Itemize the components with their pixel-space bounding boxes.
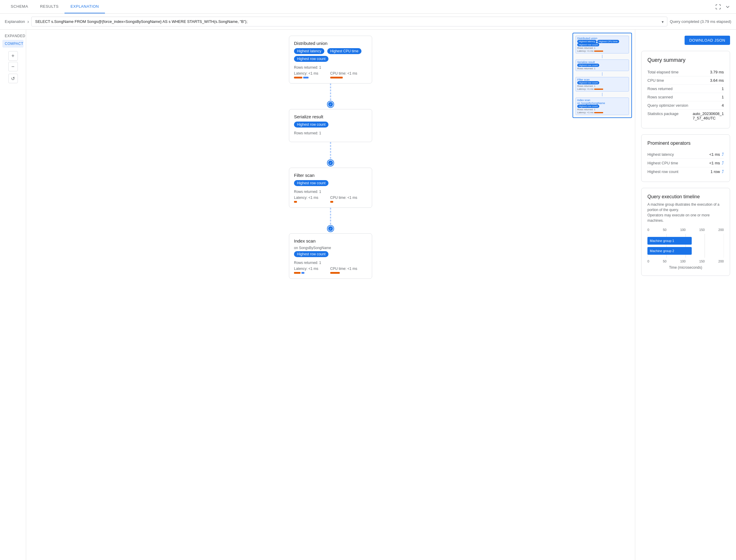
timeline-bar-label-2: Machine group 2 (650, 249, 674, 253)
axis-100-bottom: 100 (680, 259, 685, 263)
tab-results[interactable]: RESULTS (34, 0, 65, 13)
operator-card-index[interactable]: Index scan on SongsBySongName Highest ro… (289, 233, 372, 279)
latency-bar-4 (294, 272, 318, 274)
summary-val-rows-returned: 1 (722, 86, 724, 91)
query-bar: Explanation › SELECT s.SongName FROM Son… (0, 14, 736, 30)
axis-150-bottom: 150 (699, 259, 704, 263)
timeline-title: Query execution timeline (647, 194, 724, 199)
latency-bar-orange-1 (294, 77, 302, 78)
prominent-row-row-count: Highest row count 1 row ⤴ (647, 167, 724, 176)
top-tab-bar: SCHEMA RESULTS EXPLANATION (0, 0, 736, 14)
badges-index: Highest row count (294, 251, 367, 259)
axis-200-top: 200 (718, 228, 724, 232)
timeline-axis-title: Time (microseconds) (647, 265, 724, 270)
connector-check-2: ✓ (329, 161, 332, 165)
prominent-row-cpu: Highest CPU time <1 ms ⤴ (647, 159, 724, 167)
operator-title-serialize: Serialize result (294, 114, 367, 119)
rows-returned-2: Rows returned: 1 (294, 131, 367, 135)
link-icon-row-count[interactable]: ⤴ (722, 169, 724, 174)
operator-card-serialize[interactable]: Serialize result Highest row count Rows … (289, 109, 372, 142)
connector-3: ✓ (330, 208, 331, 229)
latency-label-3: Latency: <1 ms (294, 196, 318, 200)
metrics-filter: Latency: <1 ms CPU time: <1 ms (294, 196, 367, 203)
breadcrumb-label: Explanation (5, 19, 25, 24)
prominent-key-cpu: Highest CPU time (647, 161, 678, 165)
badge-highest-row-count-3: Highest row count (294, 180, 328, 186)
summary-val-elapsed: 3.79 ms (710, 70, 724, 74)
summary-row-optimizer: Query optimizer version 4 (647, 101, 724, 110)
metrics-index: Latency: <1 ms CPU time: <1 ms (294, 267, 367, 274)
operator-title-filter: Filter scan (294, 173, 367, 178)
rows-returned-3: Rows returned: 1 (294, 190, 367, 194)
zoom-out-button[interactable]: − (8, 62, 18, 71)
cpu-label-3: CPU time: <1 ms (330, 196, 357, 200)
summary-key-cpu: CPU time (647, 78, 664, 83)
query-select[interactable]: SELECT s.SongName FROM Songs@{force_inde… (31, 17, 667, 26)
right-panel: DOWNLOAD JSON Query summary Total elapse… (635, 30, 736, 560)
fullscreen-icon[interactable] (715, 3, 722, 10)
axis-0-top: 0 (647, 228, 649, 232)
axis-50-bottom: 50 (663, 259, 666, 263)
operator-section-distributed-union: Distributed union Highest latency Highes… (289, 36, 372, 104)
timeline-desc-line2: Operators may execute on one or more mac… (647, 213, 710, 223)
summary-val-optimizer: 4 (722, 103, 724, 108)
cpu-bar-1 (330, 77, 357, 78)
zoom-controls: + − ↺ (2, 51, 23, 83)
compact-view-button[interactable]: COMPACT (2, 40, 23, 48)
badges-distributed-union: Highest latency Highest CPU time Highest… (294, 48, 367, 64)
prominent-val-row-count: 1 row ⤴ (710, 169, 724, 174)
badge-highest-row-count-4: Highest row count (294, 251, 328, 257)
timeline-axis-bottom: 0 50 100 150 200 (647, 259, 724, 263)
chevron-down-icon[interactable] (724, 3, 731, 10)
link-icon-cpu[interactable]: ⤴ (722, 161, 724, 165)
axis-100-top: 100 (680, 228, 685, 232)
summary-key-rows-scanned: Rows scanned (647, 95, 673, 99)
mini-node-1: Distributed union Highest latency Highes… (575, 36, 629, 54)
latency-bar-1 (294, 77, 318, 78)
badge-highest-row-count-2: Highest row count (294, 122, 328, 128)
center-panel: Distributed union Highest latency Highes… (26, 30, 635, 560)
operator-card-filter[interactable]: Filter scan Highest row count Rows retur… (289, 168, 372, 208)
summary-row-stats: Statistics package auto_20230608_17_57_4… (647, 110, 724, 122)
timeline-bar-2: Machine group 2 (647, 247, 692, 255)
zoom-in-button[interactable]: + (8, 51, 18, 61)
connector-1: ✓ (330, 84, 331, 104)
timeline-chart: Machine group 1 Machine group 2 (647, 234, 724, 258)
mini-node-4: Index scanon SongsBySongName Highest row… (575, 97, 629, 115)
link-icon-latency[interactable]: ⤴ (722, 152, 724, 157)
query-status: Query completed (3.79 ms elapsed) (670, 19, 731, 24)
summary-key-optimizer: Query optimizer version (647, 103, 688, 108)
timeline-axis-top: 0 50 100 150 200 (647, 228, 724, 232)
connector-dot-3: ✓ (328, 226, 334, 232)
timeline-desc-line1: A machine group illustrates the executio… (647, 202, 719, 212)
timeline-desc: A machine group illustrates the executio… (647, 202, 724, 223)
cpu-metric-3: CPU time: <1 ms (330, 196, 357, 203)
query-summary-card: Query summary Total elapsed time 3.79 ms… (641, 51, 730, 128)
connector-check-3: ✓ (329, 227, 332, 230)
prominent-row-latency: Highest latency <1 ms ⤴ (647, 150, 724, 159)
latency-label-4: Latency: <1 ms (294, 267, 318, 271)
index-name: SongsBySongName (299, 246, 331, 250)
breadcrumb-arrow: › (27, 19, 29, 24)
tab-explanation[interactable]: EXPLANATION (65, 0, 105, 13)
cpu-label-1: CPU time: <1 ms (330, 71, 357, 75)
latency-metric-4: Latency: <1 ms (294, 267, 318, 274)
operator-card-distributed-union[interactable]: Distributed union Highest latency Highes… (289, 36, 372, 84)
tab-schema[interactable]: SCHEMA (5, 0, 34, 13)
mini-map-content: Distributed union Highest latency Highes… (575, 36, 629, 115)
mini-map: Distributed union Highest latency Highes… (573, 33, 632, 118)
cpu-bar-orange-3 (330, 201, 333, 203)
prominent-operators-card: Prominent operators Highest latency <1 m… (641, 134, 730, 182)
zoom-reset-button[interactable]: ↺ (8, 74, 18, 83)
summary-row-rows-scanned: Rows scanned 1 (647, 93, 724, 101)
metrics-distributed-union: Latency: <1 ms CPU time: <1 ms (294, 71, 367, 78)
badges-filter: Highest row count (294, 180, 367, 188)
badge-highest-cpu: Highest CPU time (327, 48, 361, 54)
summary-row-rows-returned: Rows returned 1 (647, 85, 724, 93)
summary-key-rows-returned: Rows returned (647, 86, 673, 91)
download-json-button[interactable]: DOWNLOAD JSON (685, 36, 730, 45)
query-select-wrapper[interactable]: SELECT s.SongName FROM Songs@{force_inde… (31, 17, 667, 26)
expanded-view-button[interactable]: EXPANDED (2, 32, 23, 40)
latency-label-1: Latency: <1 ms (294, 71, 318, 75)
summary-key-elapsed: Total elapsed time (647, 70, 679, 74)
